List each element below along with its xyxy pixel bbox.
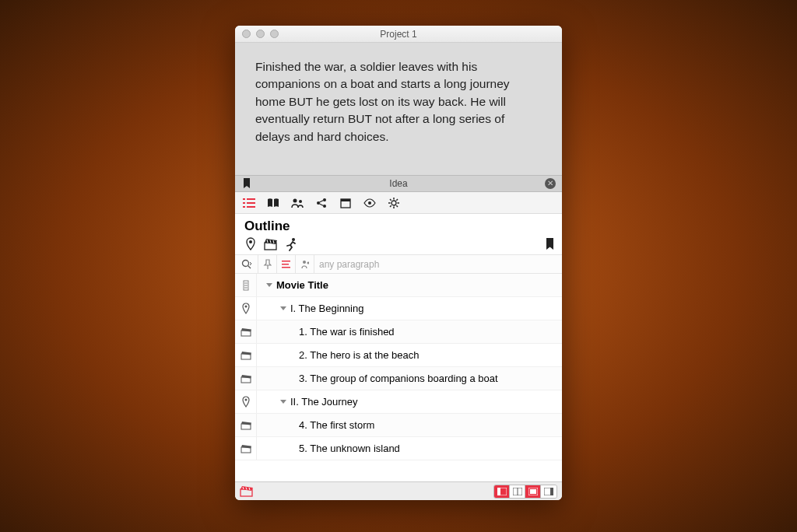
svg-point-31 (303, 261, 306, 264)
location-icon[interactable] (243, 237, 258, 251)
svg-rect-12 (341, 199, 350, 201)
tree-row-scene[interactable]: 2. The hero is at the beach (235, 344, 562, 367)
calendar-icon[interactable] (339, 197, 352, 209)
svg-point-7 (299, 200, 302, 203)
footer-bar (235, 481, 562, 500)
tree-row-scene[interactable]: 4. The first storm (235, 414, 562, 437)
row-type-icon (235, 274, 257, 296)
search-icon[interactable] (235, 255, 258, 273)
row-label: 2. The hero is at the beach (299, 349, 419, 361)
row-label: I. The Beginning (290, 303, 363, 314)
svg-point-32 (307, 261, 310, 264)
svg-point-13 (368, 201, 371, 205)
window-close-button[interactable] (242, 30, 251, 38)
row-label: II. The Journey (290, 396, 357, 408)
app-window: Project 1 Finished the war, a soldier le… (235, 26, 562, 500)
location-icon (235, 390, 257, 413)
main-toolbar (235, 192, 562, 214)
eye-icon[interactable] (363, 197, 376, 209)
running-icon[interactable] (283, 237, 299, 251)
row-label: 4. The first storm (299, 419, 374, 431)
svg-rect-28 (282, 261, 290, 262)
svg-line-20 (396, 205, 398, 207)
row-label: Movie Title (276, 279, 328, 291)
idea-text: Finished the war, a soldier leaves with … (255, 60, 510, 143)
clapper-icon[interactable] (263, 237, 279, 251)
clapper-icon (235, 367, 257, 390)
view-card-button[interactable] (525, 485, 541, 498)
clapper-icon (235, 414, 257, 436)
svg-line-19 (390, 199, 391, 201)
character-filter-icon[interactable] (296, 255, 314, 273)
svg-rect-50 (530, 489, 536, 494)
tree-row-scene[interactable]: 3. The group of companions boarding a bo… (235, 367, 562, 390)
view-right-panel-button[interactable] (541, 485, 556, 498)
view-left-panel-button[interactable] (494, 485, 510, 498)
svg-line-22 (390, 205, 391, 207)
svg-rect-2 (243, 202, 245, 204)
svg-rect-0 (243, 198, 245, 200)
tree-row-act[interactable]: I. The Beginning (235, 297, 562, 320)
outline-view-icon[interactable] (243, 197, 255, 209)
filter-placeholder[interactable]: any paragraph (314, 259, 379, 270)
mode-toolbar (235, 236, 562, 255)
disclosure-triangle-icon[interactable] (280, 306, 286, 310)
row-label: 1. The war is finished (299, 326, 395, 338)
view-split-button[interactable] (510, 485, 525, 498)
svg-rect-1 (247, 198, 255, 200)
window-title: Project 1 (235, 29, 562, 40)
share-icon[interactable] (315, 197, 328, 209)
window-minimize-button[interactable] (256, 30, 265, 38)
clapper-icon (235, 320, 257, 343)
svg-rect-3 (247, 202, 255, 204)
gear-icon[interactable] (388, 197, 400, 209)
svg-point-10 (323, 205, 326, 208)
svg-point-37 (244, 305, 247, 307)
svg-line-21 (396, 199, 398, 201)
svg-rect-30 (282, 267, 290, 268)
clapper-icon[interactable] (240, 485, 254, 497)
disclosure-triangle-icon[interactable] (280, 400, 286, 404)
svg-rect-29 (282, 264, 289, 265)
svg-rect-52 (550, 488, 553, 495)
paragraph-filter-icon[interactable] (277, 255, 296, 273)
clapper-icon (235, 344, 257, 366)
tree-row-title[interactable]: Movie Title (235, 274, 562, 297)
svg-point-14 (391, 201, 396, 205)
close-icon[interactable]: ✕ (545, 178, 556, 189)
svg-point-26 (242, 260, 248, 266)
view-mode-segmented (493, 485, 557, 499)
svg-rect-5 (247, 206, 255, 208)
tree-row-scene[interactable]: 5. The unknown island (235, 437, 562, 460)
idea-section-bar: Idea ✕ (235, 175, 562, 192)
filter-bar: any paragraph (235, 255, 562, 274)
titlebar: Project 1 (235, 26, 562, 43)
pin-icon[interactable] (258, 255, 277, 273)
section-title: Outline (235, 214, 562, 236)
clapper-icon (235, 437, 257, 460)
tree-row-act[interactable]: II. The Journey (235, 390, 562, 414)
svg-point-41 (244, 398, 247, 401)
window-zoom-button[interactable] (270, 30, 279, 38)
svg-point-23 (249, 240, 252, 243)
people-icon[interactable] (291, 197, 304, 209)
svg-line-27 (248, 265, 251, 268)
disclosure-triangle-icon[interactable] (266, 283, 272, 287)
row-label: 5. The unknown island (299, 443, 400, 454)
row-label: 3. The group of companions boarding a bo… (299, 373, 498, 384)
svg-rect-46 (497, 488, 500, 495)
outline-tree[interactable]: Movie Title I. The Beginning 1. The war … (235, 274, 562, 481)
location-icon (235, 297, 257, 320)
idea-section-label: Idea (235, 178, 562, 189)
idea-text-pane[interactable]: Finished the war, a soldier leaves with … (235, 43, 562, 175)
book-icon[interactable] (267, 197, 279, 209)
svg-point-6 (293, 198, 297, 202)
svg-rect-4 (243, 206, 245, 208)
svg-point-9 (323, 198, 326, 201)
tree-row-scene[interactable]: 1. The war is finished (235, 320, 562, 344)
svg-point-25 (292, 238, 295, 241)
bookmark-icon[interactable] (546, 238, 554, 250)
